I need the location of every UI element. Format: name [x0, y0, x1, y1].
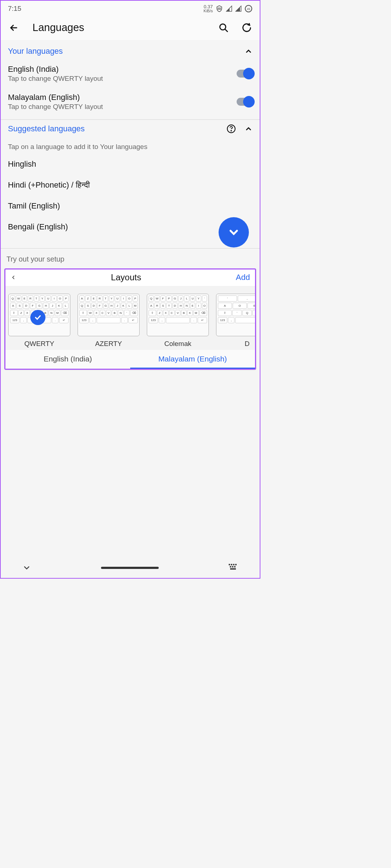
layout-name: QWERTY [8, 340, 70, 348]
language-row[interactable]: Malayalam (English) Tap to change QWERTY… [1, 88, 260, 116]
language-tab[interactable]: Malayalam (English) [130, 350, 255, 369]
suggested-language[interactable]: Hinglish [1, 154, 260, 175]
layouts-add-button[interactable]: Add [236, 273, 250, 282]
suggested-languages-header[interactable]: Suggested languages [1, 120, 260, 137]
language-title: English (India) [8, 65, 237, 74]
page-title: Languages [32, 22, 84, 34]
suggested-language[interactable]: Tamil (English) [1, 196, 260, 216]
layout-option[interactable]: QWERTYUIOPASDFGHJKL⇧ZXCVBNM⌫123,.↵ QWERT… [8, 291, 70, 348]
chevron-up-icon [245, 125, 252, 133]
layouts-scroll[interactable]: QWERTYUIOPASDFGHJKL⇧ZXCVBNM⌫123,.↵ QWERT… [5, 286, 255, 349]
help-button[interactable] [227, 124, 236, 133]
language-row[interactable]: English (India) Tap to change QWERTY lay… [1, 60, 260, 88]
keyboard-preview: QWFPGJLUY'ARSTDHNEIO⇧ZXCVBKM⌫123,.↵ [147, 294, 209, 336]
language-subtitle: Tap to change QWERTY layout [8, 103, 237, 111]
layouts-header: Layouts Add [5, 269, 255, 286]
language-tab[interactable]: English (India) [5, 350, 130, 369]
suggested-hint: Tap on a language to add it to Your lang… [1, 137, 260, 154]
chevron-down-icon [227, 226, 240, 239]
data-rate: 0.37 KiB/s [203, 4, 213, 13]
status-bar: 7:15 0.37 KiB/s 49 [1, 1, 260, 16]
home-indicator[interactable] [101, 567, 159, 569]
signal-icon [226, 5, 232, 12]
svg-rect-9 [230, 566, 231, 567]
layout-name: AZERTY [78, 340, 140, 348]
keyboard-preview: ',.AOEU⇧'QJ⌫123,.↵ [216, 294, 255, 336]
svg-rect-12 [230, 568, 236, 570]
status-time: 7:15 [8, 5, 21, 13]
svg-rect-10 [232, 566, 233, 567]
shield-icon [216, 5, 223, 12]
layouts-panel: Layouts Add QWERTYUIOPASDFGHJKL⇧ZXCVBNM⌫… [4, 268, 256, 370]
search-button[interactable] [219, 23, 229, 33]
app-header: Languages [1, 16, 260, 40]
language-subtitle: Tap to change QWERTY layout [8, 75, 237, 83]
layout-name: Colemak [147, 340, 209, 348]
svg-rect-8 [235, 564, 237, 565]
section-title: Your languages [8, 47, 63, 56]
svg-rect-7 [233, 564, 234, 565]
layouts-back[interactable] [10, 275, 16, 280]
question-icon [227, 124, 236, 133]
search-icon [219, 23, 229, 33]
selected-check-icon [30, 310, 45, 325]
expand-fab[interactable] [219, 217, 249, 247]
system-nav-bar [1, 558, 260, 578]
battery-icon: 49 [245, 5, 252, 13]
arrow-left-icon [9, 23, 19, 33]
svg-rect-6 [231, 564, 232, 565]
refresh-button[interactable] [242, 23, 252, 33]
svg-point-4 [231, 131, 232, 131]
language-title: Malayalam (English) [8, 93, 237, 102]
section-title: Suggested languages [8, 124, 85, 133]
back-button[interactable] [9, 23, 19, 33]
your-languages-header[interactable]: Your languages [1, 42, 260, 60]
keyboard-icon [229, 564, 238, 572]
chevron-left-icon [10, 275, 16, 280]
status-icons: 0.37 KiB/s 49 [203, 4, 252, 13]
keyboard-preview: QWERTYUIOPASDFGHJKL⇧ZXCVBNM⌫123,.↵ [8, 294, 70, 336]
layout-option[interactable]: QWFPGJLUY'ARSTDHNEIO⇧ZXCVBKM⌫123,.↵ Cole… [147, 291, 209, 348]
chevron-down-icon [22, 564, 31, 572]
svg-rect-5 [229, 564, 230, 565]
refresh-icon [242, 23, 252, 33]
keyboard-preview: AZERTYUIOPQSDFGHJKLM⇧WXCVBN'⌫123,.↵ [78, 294, 140, 336]
nav-down[interactable] [22, 564, 31, 572]
signal-icon-2 [235, 5, 242, 12]
suggested-language[interactable]: Hindi (+Phonetic) / हिन्दी [1, 175, 260, 196]
language-toggle[interactable] [237, 98, 252, 106]
layout-option[interactable]: ',.AOEU⇧'QJ⌫123,.↵ D [216, 291, 255, 348]
tryout-label: Try out your setup [1, 249, 260, 268]
svg-rect-11 [234, 566, 236, 567]
layout-name: D [216, 340, 255, 348]
language-toggle[interactable] [237, 70, 252, 78]
svg-text:49: 49 [247, 8, 250, 11]
layout-option[interactable]: AZERTYUIOPQSDFGHJKLM⇧WXCVBN'⌫123,.↵ AZER… [78, 291, 140, 348]
layouts-title: Layouts [16, 272, 236, 282]
chevron-up-icon [245, 47, 252, 55]
keyboard-switcher[interactable] [229, 564, 238, 572]
language-tabs: English (India)Malayalam (English) [5, 349, 255, 369]
